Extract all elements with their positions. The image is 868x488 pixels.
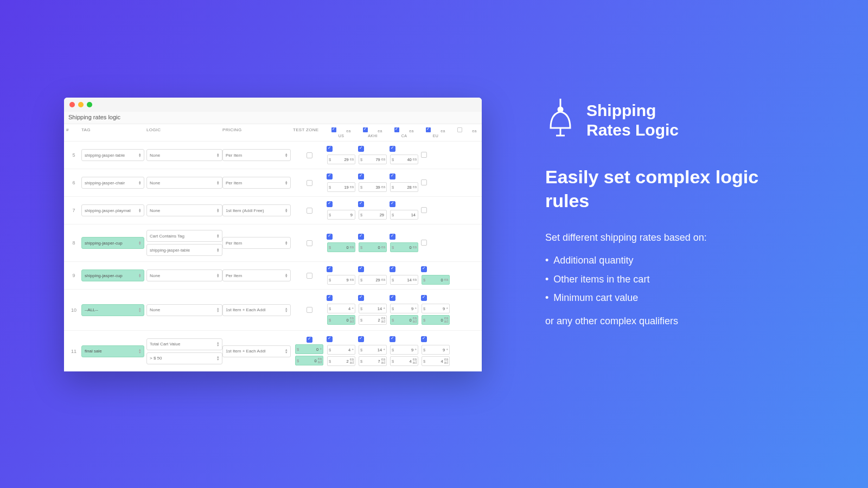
test-checkbox[interactable] <box>307 307 312 313</box>
zone-price-checkbox[interactable] <box>421 152 427 158</box>
zone-price-checkbox[interactable] <box>358 146 364 152</box>
zone-price-checkbox[interactable] <box>327 146 333 152</box>
zone-checkbox[interactable] <box>426 127 431 132</box>
zone-price-checkbox[interactable] <box>358 201 364 207</box>
price-input[interactable]: $9+ <box>422 304 450 313</box>
price-input[interactable]: $0eaad <box>295 356 323 365</box>
pricing-select[interactable]: 1st Item + Each Addl <box>222 345 291 357</box>
zone-price-checkbox[interactable] <box>421 266 427 272</box>
zone-price-checkbox[interactable] <box>358 295 364 301</box>
zone-price-checkbox[interactable] <box>390 234 395 240</box>
tag-select[interactable]: shipping-jasper-cup <box>81 269 144 281</box>
pricing-select[interactable]: Per Item <box>222 149 291 161</box>
logic-select[interactable]: None <box>146 269 222 281</box>
zone-price-checkbox[interactable] <box>358 336 364 342</box>
pricing-select[interactable]: Per Item <box>222 269 291 281</box>
price-input[interactable]: $29 <box>359 210 387 220</box>
test-checkbox[interactable] <box>307 273 312 279</box>
price-input[interactable]: $0eaad <box>390 315 418 325</box>
zone-price-checkbox[interactable] <box>358 234 364 240</box>
zone-price-checkbox[interactable] <box>327 201 333 207</box>
pricing-select[interactable]: Per Item <box>222 177 291 189</box>
zone-price-checkbox[interactable] <box>327 336 333 342</box>
tag-select[interactable]: shipping-jasper-table <box>81 149 144 161</box>
test-checkbox[interactable] <box>307 152 312 158</box>
price-input[interactable]: $0+ <box>295 344 323 354</box>
zone-checkbox[interactable] <box>363 127 368 132</box>
price-input[interactable]: $2eaad <box>327 356 355 366</box>
test-checkbox[interactable] <box>307 337 312 343</box>
zone-price-checkbox[interactable] <box>390 336 395 342</box>
price-input[interactable]: $9ea <box>327 275 355 285</box>
zone-price-checkbox[interactable] <box>390 201 395 207</box>
zone-price-checkbox[interactable] <box>421 295 427 301</box>
price-input[interactable]: $9+ <box>390 345 418 355</box>
price-input[interactable]: $4+ <box>327 345 355 355</box>
price-input[interactable]: $0ea <box>390 242 418 252</box>
minimize-icon[interactable] <box>78 102 84 107</box>
test-checkbox[interactable] <box>307 240 312 246</box>
zone-price-checkbox[interactable] <box>327 234 333 240</box>
logic-select[interactable]: shipping-jasper-table <box>146 244 222 256</box>
price-input[interactable]: $4eaad <box>422 356 450 366</box>
price-input[interactable]: $0ea <box>422 275 450 285</box>
zoom-icon[interactable] <box>87 102 92 107</box>
logic-select[interactable]: None <box>146 149 222 161</box>
zone-checkbox[interactable] <box>331 127 336 132</box>
pricing-select[interactable]: 1st Item + Each Addl <box>222 304 291 316</box>
price-input[interactable]: $14 <box>390 210 418 220</box>
test-checkbox[interactable] <box>307 208 312 214</box>
tag-select[interactable]: final sale <box>81 345 144 357</box>
price-input[interactable]: $7eaad <box>359 356 387 366</box>
zone-checkbox[interactable] <box>394 127 399 132</box>
price-input[interactable]: $0ea <box>327 242 355 252</box>
logic-select[interactable]: > $ 50 <box>146 352 222 364</box>
test-checkbox[interactable] <box>307 180 312 186</box>
tag-select[interactable]: --ALL-- <box>81 304 144 316</box>
price-input[interactable]: $29ea <box>327 155 355 164</box>
zone-price-checkbox[interactable] <box>327 295 333 301</box>
price-input[interactable]: $0eaad <box>327 315 355 325</box>
price-input[interactable]: $19ea <box>327 182 355 192</box>
price-input[interactable]: $0eaad <box>422 315 450 325</box>
logic-select[interactable]: None <box>146 177 222 189</box>
price-input[interactable]: $9 <box>327 210 355 220</box>
price-input[interactable]: $14ea <box>390 275 418 285</box>
pricing-select[interactable]: 1st Item (Addl Free) <box>222 204 291 216</box>
price-input[interactable]: $39ea <box>359 182 387 192</box>
zone-price-checkbox[interactable] <box>421 336 427 342</box>
price-input[interactable]: $9+ <box>390 304 418 313</box>
logic-select[interactable]: Cart Contains Tag <box>146 230 222 242</box>
zone-price-checkbox[interactable] <box>390 146 395 152</box>
tag-select[interactable]: shipping-jasper-chair <box>81 177 144 189</box>
logic-select[interactable]: None <box>146 204 222 216</box>
price-input[interactable]: $14+ <box>359 304 387 313</box>
price-input[interactable]: $40ea <box>390 155 418 164</box>
close-icon[interactable] <box>69 102 75 107</box>
price-input[interactable]: $9+ <box>422 345 450 355</box>
price-input[interactable]: $4+ <box>327 304 355 313</box>
tag-select[interactable]: shipping-jasper-cup <box>81 237 144 249</box>
logic-select[interactable]: None <box>146 304 222 316</box>
zone-price-checkbox[interactable] <box>390 295 395 301</box>
zone-price-checkbox[interactable] <box>421 207 427 213</box>
zone-price-checkbox[interactable] <box>390 174 395 179</box>
zone-price-checkbox[interactable] <box>327 174 333 179</box>
logic-select[interactable]: Total Cart Value <box>146 338 222 350</box>
zone-price-checkbox[interactable] <box>358 266 364 272</box>
zone-price-checkbox[interactable] <box>327 266 333 272</box>
price-input[interactable]: $2eaad <box>359 315 387 325</box>
price-input[interactable]: $14+ <box>359 345 387 355</box>
zone-price-checkbox[interactable] <box>358 174 364 179</box>
price-input[interactable]: $29ea <box>359 275 387 285</box>
price-input[interactable]: $4eaad <box>390 356 418 366</box>
zone-price-checkbox[interactable] <box>421 179 427 185</box>
price-input[interactable]: $28ea <box>390 182 418 192</box>
price-input[interactable]: $0ea <box>359 242 387 252</box>
zone-price-checkbox[interactable] <box>390 266 395 272</box>
pricing-select[interactable]: Per Item <box>222 237 291 249</box>
zone-checkbox[interactable] <box>457 127 462 132</box>
tag-select[interactable]: shipping-jasper-playmat <box>81 204 144 216</box>
zone-price-checkbox[interactable] <box>421 240 427 246</box>
price-input[interactable]: $79ea <box>359 155 387 164</box>
